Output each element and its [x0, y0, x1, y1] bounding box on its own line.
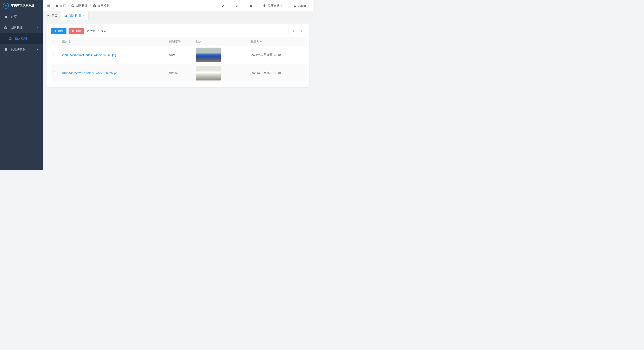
user-dropdown[interactable]: admin — [293, 4, 309, 7]
chevron-up-icon — [36, 26, 38, 29]
tab-label: 首页 — [52, 14, 58, 18]
refresh-icon — [291, 30, 294, 32]
tab-home[interactable]: 首页 — [44, 11, 61, 20]
sidebar-item-label: 图片检测 — [11, 26, 23, 30]
content-card: 增加 删除 2 个中 0 个被选 — [47, 24, 309, 88]
camera-icon — [4, 26, 8, 29]
tab-label: 图片检测 — [69, 14, 81, 18]
breadcrumb-label: 图片检测 — [98, 4, 110, 8]
row-checkbox[interactable] — [53, 53, 56, 56]
breadcrumb-sep: / — [90, 4, 91, 7]
plus-icon — [54, 30, 57, 32]
row-name-link[interactable]: 01b84dee5af2bd1d0f4be9a6de906826.jpg — [60, 64, 167, 82]
sidebar-item-label: 首页 — [11, 15, 17, 19]
sidebar-item-home[interactable]: 首页 — [0, 11, 43, 22]
tabs-bar: 首页 图片检测 — [43, 11, 314, 20]
theme-switcher[interactable]: 改变主题 — [263, 4, 283, 8]
chevron-down-icon — [281, 4, 283, 7]
toolbar-right — [288, 28, 305, 34]
sidebar-subitem-image-detect[interactable]: 图片检测 — [0, 33, 43, 44]
data-table: 图片名 识别结果 照片 检测时间 2fdd3e4580f64cf16de4174… — [51, 37, 305, 82]
delete-label: 删除 — [76, 29, 81, 33]
close-icon[interactable] — [82, 14, 85, 17]
selection-status: 2 个中 0 个被选 — [87, 29, 106, 33]
topbar: 首页 / 图片检测 / 图片检测 改变主题 ad — [43, 0, 314, 11]
breadcrumb-label: 图片检测 — [76, 4, 88, 8]
expand-button[interactable] — [297, 28, 305, 34]
row-name-link[interactable]: 2fdd3e4580f64cf16de41748c23679c0.jpg — [60, 46, 167, 64]
chevron-down-icon — [307, 4, 309, 7]
delete-button[interactable]: 删除 — [68, 28, 84, 34]
table-body: 2fdd3e4580f64cf16de41748c23679c0.jpg SUV… — [51, 46, 305, 82]
breadcrumb-label: 首页 — [60, 4, 66, 8]
camera-icon — [93, 4, 96, 7]
breadcrumb-item-image-detect-group[interactable]: 图片检测 — [71, 4, 88, 8]
breadcrumb-item-image-detect[interactable]: 图片检测 — [93, 4, 110, 8]
sidebar-item-label: 认证和授权 — [11, 48, 26, 51]
theme-label: 改变主题 — [268, 4, 280, 8]
sidebar-menu: 首页 图片检测 图片检测 认证和授权 — [0, 11, 43, 170]
breadcrumb-sep: / — [68, 4, 69, 7]
row-time: 2023年10月15日 17:10 — [249, 46, 305, 64]
home-icon[interactable] — [249, 4, 252, 7]
font-icon[interactable] — [222, 4, 225, 7]
select-all-checkbox[interactable] — [53, 40, 56, 43]
breadcrumb: 首页 / 图片检测 / 图片检测 — [55, 4, 110, 8]
shield-icon — [4, 48, 8, 51]
table-header-row: 图片名 识别结果 照片 检测时间 — [51, 37, 305, 46]
column-header-name[interactable]: 图片名 — [60, 37, 167, 46]
breadcrumb-item-home[interactable]: 首页 — [55, 4, 66, 8]
main: 首页 / 图片检测 / 图片检测 改变主题 ad — [43, 0, 314, 170]
palette-icon — [263, 4, 266, 7]
camera-icon — [64, 14, 67, 17]
fullscreen-icon[interactable] — [236, 4, 239, 7]
topbar-right: 改变主题 admin — [222, 4, 309, 8]
row-time: 2023年10月15日 17:10 — [249, 64, 305, 82]
row-thumbnail[interactable] — [196, 48, 221, 62]
user-icon — [293, 4, 297, 7]
row-result: SUV — [167, 46, 194, 64]
sidebar: ∞ 车辆车型识别系统 首页 图片检测 图片检测 认证和授权 — [0, 0, 43, 170]
toolbar: 增加 删除 2 个中 0 个被选 — [51, 28, 305, 34]
user-name-label: admin — [298, 4, 306, 7]
row-checkbox[interactable] — [53, 71, 56, 74]
tab-image-detect[interactable]: 图片检测 — [61, 11, 88, 20]
row-thumbnail[interactable] — [196, 66, 221, 80]
trash-icon — [72, 30, 74, 32]
sidebar-item-auth[interactable]: 认证和授权 — [0, 44, 43, 55]
menu-toggle-icon[interactable] — [47, 4, 51, 8]
camera-icon — [71, 4, 75, 7]
column-header-check — [51, 37, 60, 46]
column-header-photo: 照片 — [194, 37, 249, 46]
logo-icon: ∞ — [3, 3, 9, 8]
expand-icon — [299, 30, 302, 32]
home-icon — [55, 4, 59, 7]
home-icon — [4, 15, 8, 18]
column-header-result[interactable]: 识别结果 — [167, 37, 194, 46]
add-button[interactable]: 增加 — [51, 28, 66, 34]
table-row: 01b84dee5af2bd1d0f4be9a6de906826.jpg 面包车… — [51, 64, 305, 82]
sidebar-item-label: 图片检测 — [15, 37, 27, 40]
camera-icon — [8, 37, 12, 40]
content: 增加 删除 2 个中 0 个被选 — [43, 20, 314, 170]
refresh-button[interactable] — [288, 28, 297, 34]
add-label: 增加 — [58, 29, 64, 33]
sidebar-item-image-detect[interactable]: 图片检测 — [0, 22, 43, 33]
sidebar-header: ∞ 车辆车型识别系统 — [0, 0, 43, 11]
table-row: 2fdd3e4580f64cf16de41748c23679c0.jpg SUV… — [51, 46, 305, 64]
chevron-down-icon — [36, 48, 38, 51]
column-header-time[interactable]: 检测时间 — [249, 37, 305, 46]
home-icon — [47, 14, 50, 17]
app-title: 车辆车型识别系统 — [11, 4, 34, 8]
row-result: 面包车 — [167, 64, 194, 82]
